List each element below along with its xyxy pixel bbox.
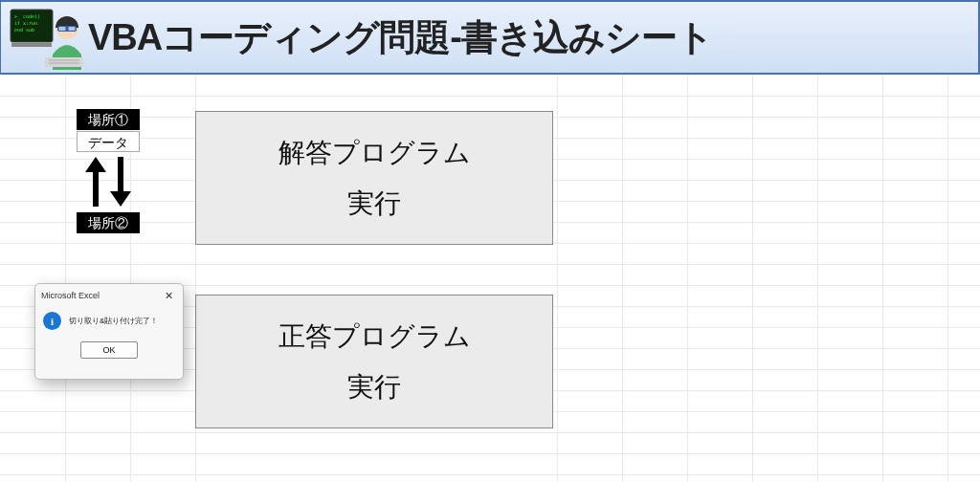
svg-text:if x:run: if x:run (14, 20, 37, 26)
dialog-title: Microsoft Excel (41, 291, 100, 300)
info-icon: i (43, 312, 61, 330)
dialog-body: i 切り取り&貼り付け完了！ (35, 307, 183, 336)
svg-text:>_ code(): >_ code() (14, 13, 40, 20)
data-cell[interactable]: データ (77, 131, 140, 152)
dialog-footer: OK (35, 336, 183, 366)
close-icon[interactable]: ✕ (160, 289, 177, 302)
svg-rect-7 (59, 27, 66, 31)
correct-program-run-button[interactable]: 正答プログラム 実行 (195, 295, 553, 428)
button-line1: 解答プログラム (278, 127, 471, 178)
ok-button[interactable]: OK (80, 341, 138, 359)
message-dialog: Microsoft Excel ✕ i 切り取り&貼り付け完了！ OK (34, 283, 184, 380)
svg-text:end sub: end sub (14, 27, 34, 33)
page-title: VBAコーディング問題-書き込みシート (88, 13, 713, 62)
location1-label: 場所① (77, 109, 140, 130)
dialog-message: 切り取り&貼り付け完了！ (69, 316, 158, 326)
button-line2: 実行 (347, 362, 401, 412)
svg-rect-4 (11, 43, 52, 47)
button-line1: 正答プログラム (278, 311, 471, 362)
dialog-titlebar[interactable]: Microsoft Excel ✕ (35, 284, 183, 307)
svg-rect-9 (45, 57, 83, 67)
answer-program-run-button[interactable]: 解答プログラム 実行 (195, 111, 553, 245)
programmer-icon: >_ code() if x:run end sub (7, 5, 88, 70)
location2-label: 場所② (77, 212, 140, 233)
page-header: >_ code() if x:run end sub VBAコーディング問題-書… (0, 0, 980, 75)
swap-arrows-icon (77, 152, 140, 211)
button-line2: 実行 (347, 178, 401, 229)
svg-rect-8 (69, 27, 76, 31)
